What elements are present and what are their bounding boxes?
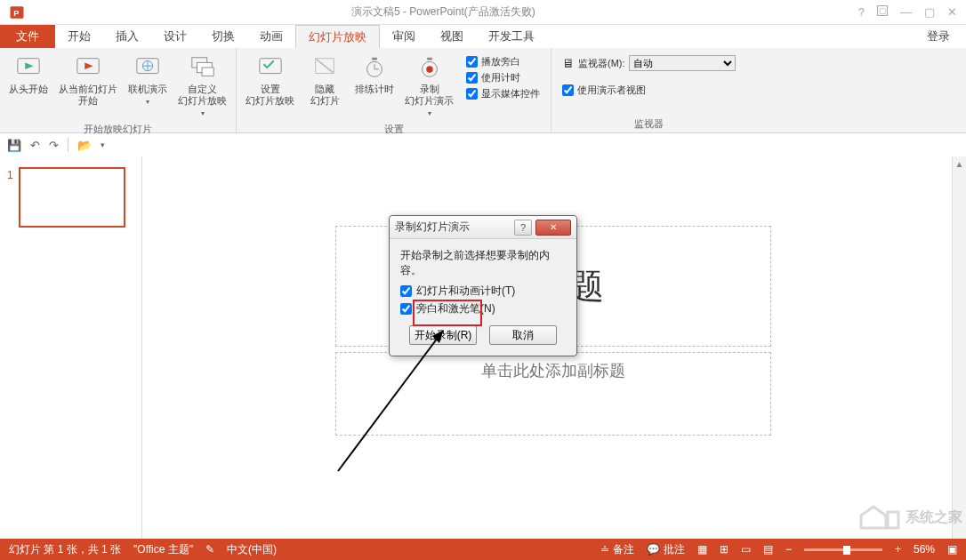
narration-checkbox[interactable]: 旁白和激光笔(N) (400, 301, 566, 316)
login-link[interactable]: 登录 (911, 25, 966, 48)
monitor-label: 监视器(M): (578, 57, 625, 70)
custom-show-button[interactable]: 自定义 幻灯片放映▾ (174, 52, 230, 121)
tab-developer[interactable]: 开发工具 (476, 25, 547, 48)
svg-marker-3 (25, 62, 33, 69)
timing-checkbox[interactable]: 幻灯片和动画计时(T) (400, 284, 566, 299)
svg-text:P: P (13, 8, 19, 17)
record-dialog: 录制幻灯片演示 ? ✕ 开始录制之前选择想要录制的内容。 幻灯片和动画计时(T)… (389, 215, 577, 356)
group-label: 设置 (242, 121, 545, 138)
svg-rect-17 (372, 58, 377, 60)
ribbon-options-icon[interactable]: ▢ (877, 5, 888, 16)
subtitle-placeholder[interactable]: 单击此处添加副标题 (335, 352, 771, 436)
rehearse-icon (360, 53, 389, 82)
svg-rect-23 (888, 512, 898, 528)
tab-view[interactable]: 视图 (428, 25, 476, 48)
statusbar: 幻灯片 第 1 张，共 1 张 "Office 主题" ✎ 中文(中国) ≐ 备… (0, 539, 966, 560)
watermark: 系统之家 (856, 500, 962, 535)
use-timings-checkbox[interactable]: 使用计时 (466, 71, 540, 84)
monitor-icon: 🖥 (562, 56, 575, 70)
qat-dropdown-icon[interactable]: ▾ (101, 140, 105, 149)
custom-show-icon (189, 53, 217, 82)
svg-line-13 (317, 60, 334, 73)
tab-insert[interactable]: 插入 (103, 25, 151, 48)
tab-home[interactable]: 开始 (55, 25, 103, 48)
zoom-out-icon[interactable]: − (785, 543, 792, 556)
minimize-icon[interactable]: — (900, 5, 912, 19)
setup-show-button[interactable]: 设置 幻灯片放映 (242, 52, 298, 108)
group-label: 开始放映幻灯片 (5, 121, 230, 138)
thumbnail-preview[interactable] (19, 167, 125, 228)
chevron-down-icon: ▾ (428, 109, 431, 117)
rehearse-button[interactable]: 排练计时 (351, 52, 398, 97)
slideshow-view-icon[interactable]: ▤ (763, 543, 773, 556)
ribbon: 从头开始 从当前幻灯片 开始 联机演示▾ 自定义 幻灯片放映▾ 开始放映幻灯片 … (0, 48, 966, 133)
slide-number: 1 (7, 169, 13, 181)
tab-animations[interactable]: 动画 (247, 25, 295, 48)
cancel-button[interactable]: 取消 (489, 325, 557, 345)
setup-show-icon (256, 53, 285, 82)
notes-button[interactable]: ≐ 备注 (600, 542, 634, 557)
slide-thumbnail[interactable]: 1 (7, 167, 134, 228)
scroll-up-icon[interactable]: ▲ (953, 156, 966, 171)
spellcheck-icon[interactable]: ✎ (205, 543, 214, 556)
hide-slide-button[interactable]: 隐藏 幻灯片 (302, 52, 348, 108)
tab-slideshow[interactable]: 幻灯片放映 (295, 25, 380, 48)
slide-thumbnail-panel: 1 (0, 156, 142, 539)
group-monitors: 🖥 监视器(M): 自动 使用演示者视图 监视器 (551, 48, 746, 132)
from-beginning-button[interactable]: 从头开始 (5, 52, 52, 97)
save-icon[interactable]: 💾 (7, 139, 21, 152)
play-narrations-checkbox[interactable]: 播放旁白 (466, 55, 540, 68)
dialog-title: 录制幻灯片演示 (395, 220, 470, 235)
svg-rect-11 (259, 59, 280, 74)
from-current-button[interactable]: 从当前幻灯片 开始 (55, 52, 121, 108)
titlebar: P 演示文稿5 - PowerPoint(产品激活失败) ? ▢ — ▢ ✕ (0, 0, 966, 25)
zoom-in-icon[interactable]: + (895, 543, 901, 556)
play-from-current-icon (74, 53, 102, 82)
vertical-scrollbar[interactable]: ▲ (952, 156, 966, 539)
normal-view-icon[interactable]: ▦ (697, 543, 707, 556)
open-icon[interactable]: 📂 (77, 139, 92, 152)
chevron-down-icon: ▾ (146, 98, 149, 106)
svg-rect-10 (202, 68, 213, 76)
help-icon[interactable]: ? (858, 5, 865, 19)
svg-rect-20 (427, 58, 432, 60)
chevron-down-icon: ▾ (201, 109, 205, 117)
tab-design[interactable]: 设计 (151, 25, 199, 48)
qat-sep (68, 138, 68, 152)
present-online-icon (133, 53, 162, 82)
presenter-view-checkbox[interactable]: 使用演示者视图 (557, 80, 651, 100)
zoom-slider[interactable] (804, 548, 882, 551)
tab-file[interactable]: 文件 (0, 25, 55, 48)
status-theme[interactable]: "Office 主题" (133, 542, 193, 557)
status-language[interactable]: 中文(中国) (227, 542, 277, 557)
undo-icon[interactable]: ↶ (30, 139, 40, 152)
redo-icon[interactable]: ↷ (49, 139, 59, 152)
zoom-value[interactable]: 56% (914, 543, 935, 556)
group-start-slideshow: 从头开始 从当前幻灯片 开始 联机演示▾ 自定义 幻灯片放映▾ 开始放映幻灯片 (0, 48, 237, 132)
tab-review[interactable]: 审阅 (380, 25, 428, 48)
dialog-prompt: 开始录制之前选择想要录制的内容。 (400, 248, 566, 278)
start-record-button[interactable]: 开始录制(R) (409, 325, 477, 345)
record-button[interactable]: 录制 幻灯片演示▾ (401, 52, 457, 121)
ribbon-tabs: 文件 开始 插入 设计 切换 动画 幻灯片放映 审阅 视图 开发工具 登录 (0, 25, 966, 48)
svg-marker-5 (85, 62, 93, 69)
hide-slide-icon (310, 53, 339, 82)
reading-view-icon[interactable]: ▭ (741, 543, 751, 556)
dialog-titlebar[interactable]: 录制幻灯片演示 ? ✕ (390, 216, 576, 239)
group-setup: 设置 幻灯片放映 隐藏 幻灯片 排练计时 录制 幻灯片演示▾ 播放旁白 使用计时… (237, 48, 551, 132)
sorter-view-icon[interactable]: ⊞ (720, 543, 729, 556)
present-online-button[interactable]: 联机演示▾ (125, 52, 171, 109)
status-slide-info[interactable]: 幻灯片 第 1 张，共 1 张 (9, 542, 121, 557)
monitor-select[interactable]: 自动 (629, 55, 736, 71)
comments-button[interactable]: 💬 批注 (647, 542, 685, 557)
close-icon[interactable]: ✕ (947, 5, 957, 19)
dialog-help-icon[interactable]: ? (514, 220, 532, 236)
tab-transitions[interactable]: 切换 (199, 25, 247, 48)
play-from-start-icon (14, 53, 43, 82)
group-label: 监视器 (557, 116, 741, 132)
show-media-checkbox[interactable]: 显示媒体控件 (466, 87, 540, 100)
svg-point-19 (426, 66, 433, 73)
fit-to-window-icon[interactable]: ▣ (947, 543, 957, 556)
maximize-icon[interactable]: ▢ (924, 5, 935, 19)
dialog-close-icon[interactable]: ✕ (535, 220, 571, 236)
